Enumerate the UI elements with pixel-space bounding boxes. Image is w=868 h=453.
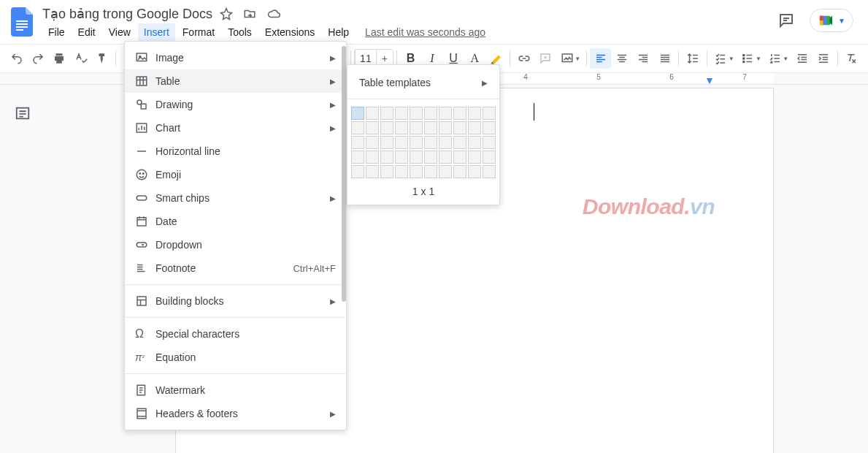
- table-grid-cell[interactable]: [424, 136, 437, 149]
- table-grid-cell[interactable]: [483, 121, 496, 134]
- ruler-marker-icon[interactable]: ▼: [704, 75, 712, 82]
- insert-image[interactable]: Image ▶: [125, 46, 346, 69]
- indent-decrease-button[interactable]: [791, 48, 813, 69]
- align-right-button[interactable]: [633, 48, 654, 69]
- document-title[interactable]: Tạo bảng trong Google Docs: [42, 6, 212, 22]
- table-grid-cell[interactable]: [453, 107, 466, 120]
- menu-insert[interactable]: Insert: [138, 23, 175, 41]
- chevron-down-icon[interactable]: ▼: [783, 56, 788, 62]
- table-grid-cell[interactable]: [395, 151, 408, 164]
- table-grid-cell[interactable]: [351, 165, 364, 178]
- star-icon[interactable]: [220, 7, 233, 20]
- table-grid-cell[interactable]: [439, 151, 452, 164]
- print-button[interactable]: [49, 48, 70, 69]
- insert-smartchips[interactable]: Smart chips ▶: [125, 186, 346, 210]
- table-grid-cell[interactable]: [453, 151, 466, 164]
- insert-chart[interactable]: Chart ▶: [125, 116, 346, 140]
- menu-file[interactable]: File: [42, 23, 71, 41]
- table-grid-cell[interactable]: [483, 165, 496, 178]
- table-grid-cell[interactable]: [351, 107, 364, 120]
- menu-view[interactable]: View: [103, 23, 137, 41]
- table-grid-cell[interactable]: [380, 165, 393, 178]
- table-grid-cell[interactable]: [366, 151, 379, 164]
- insert-headers-footers[interactable]: Headers & footers ▶: [125, 402, 346, 425]
- table-grid-cell[interactable]: [468, 107, 481, 120]
- table-grid-cell[interactable]: [380, 121, 393, 134]
- insert-table[interactable]: Table ▶: [125, 69, 346, 93]
- fontsize-plus[interactable]: +: [377, 53, 393, 64]
- menu-help[interactable]: Help: [322, 23, 355, 41]
- table-grid-cell[interactable]: [410, 121, 423, 134]
- docs-logo[interactable]: [9, 4, 37, 39]
- table-templates-item[interactable]: Table templates ▶: [347, 71, 499, 94]
- table-grid-cell[interactable]: [483, 136, 496, 149]
- align-center-button[interactable]: [611, 48, 632, 69]
- table-grid-cell[interactable]: [483, 151, 496, 164]
- comments-icon[interactable]: [777, 12, 795, 29]
- table-grid-cell[interactable]: [468, 165, 481, 178]
- meet-button[interactable]: ▼: [810, 9, 853, 32]
- chevron-down-icon[interactable]: ▼: [575, 56, 580, 62]
- table-grid-cell[interactable]: [424, 121, 437, 134]
- table-size-grid[interactable]: [347, 107, 499, 178]
- table-grid-cell[interactable]: [453, 165, 466, 178]
- menu-scrollbar[interactable]: [342, 46, 346, 425]
- table-grid-cell[interactable]: [410, 151, 423, 164]
- table-grid-cell[interactable]: [395, 107, 408, 120]
- table-grid-cell[interactable]: [395, 165, 408, 178]
- insert-hline[interactable]: Horizontal line: [125, 140, 346, 163]
- insert-drawing[interactable]: Drawing ▶: [125, 93, 346, 116]
- outline-toggle-icon[interactable]: [15, 105, 31, 121]
- link-button[interactable]: [513, 48, 534, 69]
- insert-special-chars[interactable]: Ω Special characters: [125, 322, 346, 346]
- table-grid-cell[interactable]: [380, 107, 393, 120]
- table-grid-cell[interactable]: [424, 107, 437, 120]
- undo-button[interactable]: [6, 48, 27, 69]
- chevron-down-icon[interactable]: ▼: [729, 56, 734, 62]
- table-grid-cell[interactable]: [395, 121, 408, 134]
- insert-footnote[interactable]: Footnote Ctrl+Alt+F: [125, 256, 346, 280]
- insert-dropdown[interactable]: Dropdown: [125, 233, 346, 256]
- table-grid-cell[interactable]: [410, 107, 423, 120]
- table-grid-cell[interactable]: [410, 165, 423, 178]
- menu-tools[interactable]: Tools: [222, 23, 258, 41]
- indent-increase-button[interactable]: [813, 48, 834, 69]
- insert-equation[interactable]: π² Equation: [125, 346, 346, 369]
- clear-formatting-button[interactable]: [841, 48, 862, 69]
- spellcheck-button[interactable]: [70, 48, 91, 69]
- table-grid-cell[interactable]: [366, 121, 379, 134]
- table-grid-cell[interactable]: [366, 107, 379, 120]
- comment-button[interactable]: [535, 48, 556, 69]
- table-grid-cell[interactable]: [351, 121, 364, 134]
- table-grid-cell[interactable]: [410, 136, 423, 149]
- table-grid-cell[interactable]: [366, 136, 379, 149]
- table-grid-cell[interactable]: [439, 121, 452, 134]
- table-grid-cell[interactable]: [380, 136, 393, 149]
- align-left-button[interactable]: [590, 48, 611, 69]
- table-grid-cell[interactable]: [380, 151, 393, 164]
- insert-date[interactable]: Date: [125, 210, 346, 233]
- cloud-status-icon[interactable]: [266, 7, 281, 20]
- table-grid-cell[interactable]: [366, 165, 379, 178]
- table-grid-cell[interactable]: [468, 151, 481, 164]
- table-grid-cell[interactable]: [468, 121, 481, 134]
- redo-button[interactable]: [27, 48, 48, 69]
- table-grid-cell[interactable]: [439, 107, 452, 120]
- insert-emoji[interactable]: Emoji: [125, 163, 346, 186]
- table-grid-cell[interactable]: [439, 165, 452, 178]
- chevron-down-icon[interactable]: ▼: [756, 56, 761, 62]
- menu-format[interactable]: Format: [177, 23, 220, 41]
- table-grid-cell[interactable]: [395, 136, 408, 149]
- align-justify-button[interactable]: [654, 48, 675, 69]
- menu-edit[interactable]: Edit: [72, 23, 101, 41]
- table-grid-cell[interactable]: [351, 151, 364, 164]
- move-icon[interactable]: [243, 7, 256, 20]
- insert-building-blocks[interactable]: Building blocks ▶: [125, 289, 346, 313]
- table-grid-cell[interactable]: [424, 151, 437, 164]
- table-grid-cell[interactable]: [424, 165, 437, 178]
- table-grid-cell[interactable]: [439, 136, 452, 149]
- format-paint-button[interactable]: [91, 48, 112, 69]
- table-grid-cell[interactable]: [351, 136, 364, 149]
- table-grid-cell[interactable]: [453, 121, 466, 134]
- last-edit-link[interactable]: Last edit was seconds ago: [365, 23, 485, 41]
